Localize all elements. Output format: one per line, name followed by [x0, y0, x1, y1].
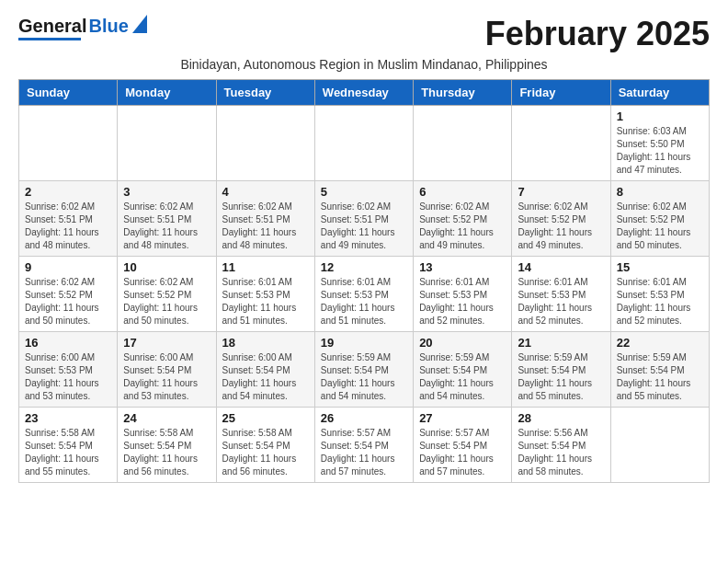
day-number: 13 [419, 260, 506, 274]
day-number: 8 [617, 185, 703, 199]
calendar-cell: 4Sunrise: 6:02 AM Sunset: 5:51 PM Daylig… [216, 181, 314, 257]
day-number: 4 [222, 185, 309, 199]
day-info: Sunrise: 6:03 AM Sunset: 5:50 PM Dayligh… [617, 125, 703, 177]
day-info: Sunrise: 6:02 AM Sunset: 5:52 PM Dayligh… [25, 276, 111, 327]
day-number: 11 [222, 260, 309, 274]
calendar-cell: 10Sunrise: 6:02 AM Sunset: 5:52 PM Dayli… [118, 257, 216, 332]
day-info: Sunrise: 6:02 AM Sunset: 5:52 PM Dayligh… [123, 276, 210, 327]
calendar-cell [216, 106, 314, 181]
calendar-cell: 28Sunrise: 5:56 AM Sunset: 5:54 PM Dayli… [512, 408, 610, 483]
calendar-cell [19, 106, 118, 181]
calendar-table: SundayMondayTuesdayWednesdayThursdayFrid… [18, 79, 710, 483]
calendar-cell [512, 106, 610, 181]
day-number: 24 [123, 411, 210, 425]
day-info: Sunrise: 6:00 AM Sunset: 5:53 PM Dayligh… [25, 351, 111, 403]
day-number: 9 [25, 260, 111, 274]
day-number: 21 [518, 336, 604, 350]
calendar-cell [610, 408, 709, 483]
day-info: Sunrise: 5:59 AM Sunset: 5:54 PM Dayligh… [419, 351, 506, 403]
day-number: 2 [25, 185, 111, 199]
weekday-header-thursday: Thursday [414, 80, 512, 106]
calendar-cell: 23Sunrise: 5:58 AM Sunset: 5:54 PM Dayli… [19, 408, 118, 483]
calendar-cell: 6Sunrise: 6:02 AM Sunset: 5:52 PM Daylig… [414, 181, 512, 257]
calendar-week-row: 23Sunrise: 5:58 AM Sunset: 5:54 PM Dayli… [19, 408, 710, 483]
day-number: 12 [321, 260, 407, 274]
weekday-header-tuesday: Tuesday [216, 80, 314, 106]
day-info: Sunrise: 6:01 AM Sunset: 5:53 PM Dayligh… [518, 276, 604, 327]
calendar-cell [118, 106, 216, 181]
day-info: Sunrise: 6:02 AM Sunset: 5:51 PM Dayligh… [222, 201, 309, 252]
day-number: 17 [123, 336, 210, 350]
calendar-cell: 17Sunrise: 6:00 AM Sunset: 5:54 PM Dayli… [118, 332, 216, 408]
calendar-cell: 19Sunrise: 5:59 AM Sunset: 5:54 PM Dayli… [314, 332, 413, 408]
day-number: 27 [419, 411, 506, 425]
day-number: 7 [518, 185, 604, 199]
calendar-cell: 20Sunrise: 5:59 AM Sunset: 5:54 PM Dayli… [414, 332, 512, 408]
weekday-header-wednesday: Wednesday [314, 80, 413, 106]
day-info: Sunrise: 6:02 AM Sunset: 5:52 PM Dayligh… [518, 201, 604, 252]
day-info: Sunrise: 6:02 AM Sunset: 5:51 PM Dayligh… [123, 201, 210, 252]
day-info: Sunrise: 5:58 AM Sunset: 5:54 PM Dayligh… [123, 427, 210, 478]
calendar-cell: 3Sunrise: 6:02 AM Sunset: 5:51 PM Daylig… [118, 181, 216, 257]
day-info: Sunrise: 6:02 AM Sunset: 5:52 PM Dayligh… [617, 201, 703, 252]
day-info: Sunrise: 5:59 AM Sunset: 5:54 PM Dayligh… [617, 351, 703, 403]
day-info: Sunrise: 5:58 AM Sunset: 5:54 PM Dayligh… [222, 427, 309, 478]
calendar-cell: 7Sunrise: 6:02 AM Sunset: 5:52 PM Daylig… [512, 181, 610, 257]
day-number: 19 [321, 336, 407, 350]
logo-blue-text: Blue [88, 16, 128, 37]
day-info: Sunrise: 5:56 AM Sunset: 5:54 PM Dayligh… [518, 427, 604, 478]
calendar-cell: 21Sunrise: 5:59 AM Sunset: 5:54 PM Dayli… [512, 332, 610, 408]
subtitle: Binidayan, Autonomous Region in Muslim M… [18, 57, 710, 72]
calendar-cell: 25Sunrise: 5:58 AM Sunset: 5:54 PM Dayli… [216, 408, 314, 483]
calendar-cell: 22Sunrise: 5:59 AM Sunset: 5:54 PM Dayli… [610, 332, 709, 408]
day-number: 14 [518, 260, 604, 274]
day-number: 16 [25, 336, 111, 350]
calendar-cell: 2Sunrise: 6:02 AM Sunset: 5:51 PM Daylig… [19, 181, 118, 257]
logo-general-text: General [18, 16, 86, 37]
day-number: 25 [222, 411, 309, 425]
day-info: Sunrise: 6:02 AM Sunset: 5:51 PM Dayligh… [321, 201, 407, 252]
calendar-cell: 24Sunrise: 5:58 AM Sunset: 5:54 PM Dayli… [118, 408, 216, 483]
day-number: 3 [123, 185, 210, 199]
calendar-week-row: 9Sunrise: 6:02 AM Sunset: 5:52 PM Daylig… [19, 257, 710, 332]
day-number: 15 [617, 260, 703, 274]
weekday-header-sunday: Sunday [19, 80, 118, 106]
day-info: Sunrise: 5:57 AM Sunset: 5:54 PM Dayligh… [321, 427, 407, 478]
calendar-cell [314, 106, 413, 181]
calendar-cell: 16Sunrise: 6:00 AM Sunset: 5:53 PM Dayli… [19, 332, 118, 408]
month-title: February 2025 [485, 15, 710, 53]
calendar-cell: 18Sunrise: 6:00 AM Sunset: 5:54 PM Dayli… [216, 332, 314, 408]
day-info: Sunrise: 5:58 AM Sunset: 5:54 PM Dayligh… [25, 427, 111, 478]
calendar-cell: 5Sunrise: 6:02 AM Sunset: 5:51 PM Daylig… [314, 181, 413, 257]
calendar-cell: 11Sunrise: 6:01 AM Sunset: 5:53 PM Dayli… [216, 257, 314, 332]
day-info: Sunrise: 6:01 AM Sunset: 5:53 PM Dayligh… [222, 276, 309, 327]
calendar-cell: 13Sunrise: 6:01 AM Sunset: 5:53 PM Dayli… [414, 257, 512, 332]
weekday-header-monday: Monday [118, 80, 216, 106]
calendar-header-row: SundayMondayTuesdayWednesdayThursdayFrid… [19, 80, 710, 106]
day-number: 6 [419, 185, 506, 199]
calendar-week-row: 1Sunrise: 6:03 AM Sunset: 5:50 PM Daylig… [19, 106, 710, 181]
day-number: 22 [617, 336, 703, 350]
weekday-header-saturday: Saturday [610, 80, 709, 106]
calendar-cell: 15Sunrise: 6:01 AM Sunset: 5:53 PM Dayli… [610, 257, 709, 332]
day-info: Sunrise: 6:02 AM Sunset: 5:51 PM Dayligh… [25, 201, 111, 252]
logo: GeneralBlue [18, 15, 147, 40]
calendar-week-row: 16Sunrise: 6:00 AM Sunset: 5:53 PM Dayli… [19, 332, 710, 408]
calendar-cell: 9Sunrise: 6:02 AM Sunset: 5:52 PM Daylig… [19, 257, 118, 332]
logo-underline [18, 38, 81, 40]
calendar-cell: 12Sunrise: 6:01 AM Sunset: 5:53 PM Dayli… [314, 257, 413, 332]
calendar-week-row: 2Sunrise: 6:02 AM Sunset: 5:51 PM Daylig… [19, 181, 710, 257]
calendar-cell: 14Sunrise: 6:01 AM Sunset: 5:53 PM Dayli… [512, 257, 610, 332]
calendar-cell: 27Sunrise: 5:57 AM Sunset: 5:54 PM Dayli… [414, 408, 512, 483]
day-number: 10 [123, 260, 210, 274]
day-info: Sunrise: 5:59 AM Sunset: 5:54 PM Dayligh… [518, 351, 604, 403]
svg-marker-0 [132, 15, 147, 33]
page: GeneralBlue February 2025 Binidayan, Aut… [0, 0, 728, 498]
day-info: Sunrise: 6:00 AM Sunset: 5:54 PM Dayligh… [123, 351, 210, 403]
day-info: Sunrise: 5:59 AM Sunset: 5:54 PM Dayligh… [321, 351, 407, 403]
day-info: Sunrise: 6:01 AM Sunset: 5:53 PM Dayligh… [617, 276, 703, 327]
calendar-cell [414, 106, 512, 181]
day-number: 23 [25, 411, 111, 425]
day-number: 28 [518, 411, 604, 425]
calendar-cell: 8Sunrise: 6:02 AM Sunset: 5:52 PM Daylig… [610, 181, 709, 257]
